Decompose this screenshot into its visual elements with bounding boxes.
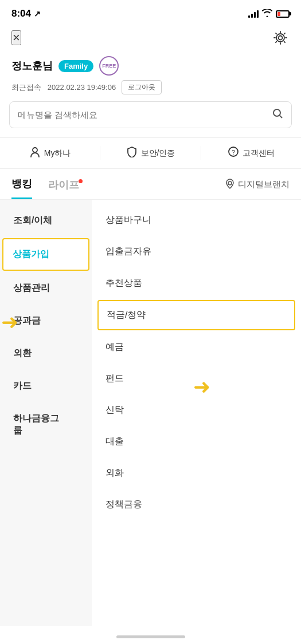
right-item-free-deposit[interactable]: 입출금자유 — [92, 236, 301, 267]
sidebar-item-customer[interactable]: ? 고객센터 — [201, 146, 301, 160]
wifi-icon — [262, 9, 272, 19]
right-item-fund[interactable]: 펀드 — [92, 363, 301, 394]
tab-life[interactable]: 라이프 — [48, 178, 79, 199]
right-item-trust[interactable]: 신탁 — [92, 394, 301, 426]
menu-content: 조회/이체 상품가입 상품관리 공과금 외환 카드 하나금융그룹 상품바구니 입… — [0, 200, 301, 626]
location-icon — [225, 179, 235, 191]
security-label: 보안/인증 — [141, 148, 175, 159]
svg-point-7 — [228, 181, 232, 185]
svg-point-0 — [279, 36, 283, 40]
search-input[interactable] — [18, 110, 272, 120]
left-item-forex[interactable]: 외환 — [0, 337, 92, 370]
my-hana-label: My하나 — [44, 148, 71, 159]
sidebar-item-security[interactable]: 보안/인증 — [100, 146, 201, 160]
right-item-policy-finance[interactable]: 정책금융 — [92, 489, 301, 520]
left-item-product-manage[interactable]: 상품관리 — [0, 272, 92, 305]
svg-line-3 — [280, 116, 283, 118]
battery-icon — [276, 10, 290, 18]
right-item-basket[interactable]: 상품바구니 — [92, 204, 301, 236]
status-time: 8:04 ↗ — [11, 8, 41, 19]
right-item-loan[interactable]: 대출 — [92, 426, 301, 457]
settings-button[interactable] — [271, 29, 290, 47]
settings-icon — [273, 30, 288, 45]
last-login-text: 최근접속 2022.02.23 19:49:06 — [11, 82, 116, 93]
right-item-foreign-exchange[interactable]: 외화 — [92, 457, 301, 489]
right-item-recommend[interactable]: 추천상품 — [92, 267, 301, 299]
left-item-utility[interactable]: 공과금 — [0, 305, 92, 337]
left-item-inquiry[interactable]: 조회/이체 — [0, 204, 92, 237]
free-badge: FREE — [99, 56, 119, 76]
person-icon — [29, 146, 41, 160]
left-item-product-join[interactable]: 상품가입 — [2, 238, 89, 271]
search-area — [0, 101, 301, 137]
user-name: 정노훈님 — [11, 59, 53, 73]
svg-point-1 — [276, 34, 284, 42]
shield-icon — [126, 146, 138, 160]
header: × — [0, 24, 301, 54]
search-icon — [272, 108, 283, 122]
tab-digital-branch[interactable]: 디지털브랜치 — [225, 179, 290, 198]
tab-life-dot — [79, 179, 83, 183]
svg-text:?: ? — [232, 149, 235, 156]
sidebar-item-my-hana[interactable]: My하나 — [0, 146, 100, 160]
tab-banking[interactable]: 뱅킹 — [11, 177, 32, 199]
question-icon: ? — [228, 146, 239, 160]
left-item-hana-group[interactable]: 하나금융그룹 — [0, 402, 92, 447]
logout-button[interactable]: 로그아웃 — [122, 80, 162, 94]
signal-icon — [248, 10, 259, 18]
customer-center-label: 고객센터 — [243, 148, 275, 159]
user-info: 정노훈님 Family FREE — [0, 54, 301, 79]
right-item-deposit[interactable]: 예금 — [92, 331, 301, 363]
close-button[interactable]: × — [11, 30, 21, 45]
right-menu: 상품바구니 입출금자유 추천상품 적금/청약 예금 펀드 신탁 대출 외화 정책… — [92, 200, 301, 626]
location-arrow-icon: ↗ — [34, 9, 41, 18]
right-item-installment[interactable]: 적금/청약 — [97, 300, 295, 330]
svg-point-2 — [273, 109, 280, 116]
status-icons — [248, 9, 290, 19]
svg-point-4 — [33, 148, 37, 152]
left-menu: 조회/이체 상품가입 상품관리 공과금 외환 카드 하나금융그룹 — [0, 200, 92, 626]
status-bar: 8:04 ↗ — [0, 0, 301, 24]
tab-bar: 뱅킹 라이프 디지털브랜치 — [0, 169, 301, 200]
quick-menu: My하나 보안/인증 ? 고객센터 — [0, 137, 301, 169]
family-badge: Family — [58, 60, 93, 72]
home-indicator — [116, 635, 185, 638]
search-box — [9, 101, 292, 128]
last-login-row: 최근접속 2022.02.23 19:49:06 로그아웃 — [0, 79, 301, 101]
left-item-card[interactable]: 카드 — [0, 370, 92, 402]
